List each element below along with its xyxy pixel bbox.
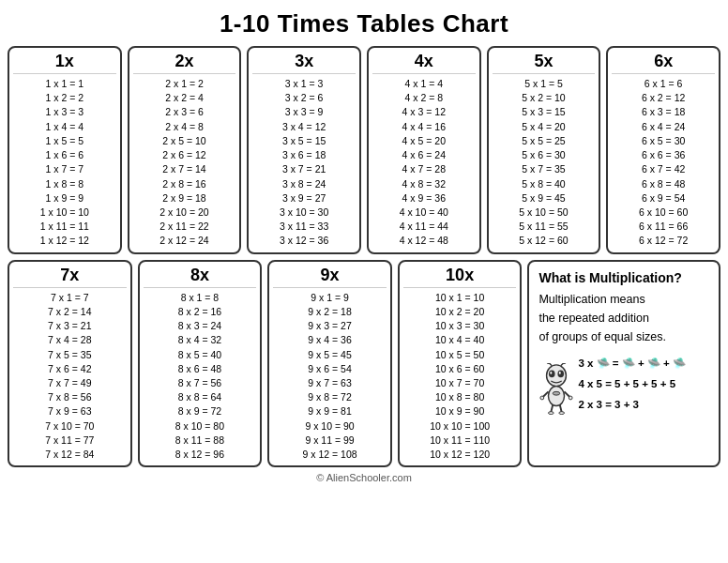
table-row: 6 x 7 = 42 xyxy=(612,162,715,176)
table-row: 1 x 2 = 2 xyxy=(13,91,116,105)
table-row: 4 x 8 = 32 xyxy=(372,177,476,191)
table-header: 3x xyxy=(252,52,356,74)
svg-point-14 xyxy=(569,396,573,400)
table-header: 4x xyxy=(372,52,476,74)
svg-line-11 xyxy=(543,392,549,398)
table-row: 1 x 6 = 6 xyxy=(13,148,116,162)
table-row: 7 x 8 = 56 xyxy=(13,390,127,404)
table-body: 6 x 1 = 66 x 2 = 126 x 3 = 186 x 4 = 246… xyxy=(612,77,715,249)
formula-block: 3 x 🛸 = 🛸 + 🛸 + 🛸 4 x 5 = 5 + 5 + 5 + 5 … xyxy=(578,354,686,416)
table-row: 6 x 8 = 48 xyxy=(612,177,715,191)
table-row: 2 x 12 = 24 xyxy=(133,234,236,248)
table-row: 2 x 9 = 18 xyxy=(133,191,236,205)
svg-point-3 xyxy=(551,372,553,374)
table-row: 5 x 3 = 15 xyxy=(493,105,596,119)
table-row: 5 x 6 = 30 xyxy=(493,148,596,162)
table-header: 8x xyxy=(144,266,257,288)
table-row: 4 x 9 = 36 xyxy=(372,191,476,205)
table-card-9: 9x 9 x 1 = 99 x 2 = 189 x 3 = 279 x 4 = … xyxy=(267,260,392,468)
table-row: 4 x 11 = 44 xyxy=(372,220,476,234)
table-row: 7 x 2 = 14 xyxy=(13,305,127,319)
table-row: 8 x 2 = 16 xyxy=(144,305,257,319)
table-row: 7 x 10 = 70 xyxy=(13,419,127,434)
table-row: 9 x 9 = 81 xyxy=(273,404,387,418)
svg-point-16 xyxy=(549,412,554,415)
table-card-2: 2x 2 x 1 = 22 x 2 = 42 x 3 = 62 x 4 = 82… xyxy=(128,46,242,254)
table-row: 5 x 4 = 20 xyxy=(493,120,596,134)
top-tables-grid: 1x 1 x 1 = 11 x 2 = 21 x 3 = 31 x 4 = 41… xyxy=(8,46,720,254)
table-row: 1 x 3 = 3 xyxy=(13,105,116,119)
table-body: 2 x 1 = 22 x 2 = 42 x 3 = 62 x 4 = 82 x … xyxy=(133,77,236,249)
table-row: 7 x 1 = 7 xyxy=(13,291,127,305)
info-line3: of groups of equal sizes. xyxy=(538,330,666,343)
table-body: 5 x 1 = 55 x 2 = 105 x 3 = 155 x 4 = 205… xyxy=(493,77,596,249)
table-row: 3 x 2 = 6 xyxy=(252,91,356,105)
table-row: 4 x 1 = 4 xyxy=(372,77,476,91)
table-row: 7 x 6 = 42 xyxy=(13,362,127,376)
svg-point-10 xyxy=(554,392,561,396)
svg-line-15 xyxy=(552,405,554,413)
table-row: 9 x 7 = 63 xyxy=(273,376,387,390)
table-row: 10 x 11 = 110 xyxy=(403,434,517,448)
table-row: 5 x 5 = 25 xyxy=(493,134,596,148)
table-row: 8 x 5 = 40 xyxy=(144,348,257,362)
svg-point-9 xyxy=(549,387,565,406)
table-row: 6 x 3 = 18 xyxy=(612,105,715,119)
table-row: 8 x 10 = 80 xyxy=(144,419,257,434)
info-line2: the repeated addition xyxy=(538,312,648,325)
table-row: 9 x 1 = 9 xyxy=(273,291,387,305)
table-row: 2 x 10 = 20 xyxy=(133,205,236,220)
svg-point-2 xyxy=(558,371,565,378)
table-body: 10 x 1 = 1010 x 2 = 2010 x 3 = 3010 x 4 … xyxy=(403,291,517,463)
table-row: 1 x 8 = 8 xyxy=(13,177,116,191)
table-row: 8 x 1 = 8 xyxy=(144,291,257,305)
table-row: 1 x 1 = 1 xyxy=(13,77,116,91)
table-row: 10 x 10 = 100 xyxy=(403,419,517,434)
table-row: 6 x 10 = 60 xyxy=(612,205,715,220)
table-row: 9 x 10 = 90 xyxy=(273,419,387,434)
table-row: 8 x 8 = 64 xyxy=(144,390,257,404)
table-row: 4 x 12 = 48 xyxy=(372,234,476,248)
table-body: 4 x 1 = 44 x 2 = 84 x 3 = 124 x 4 = 164 … xyxy=(372,77,476,249)
table-row: 1 x 4 = 4 xyxy=(13,120,116,134)
table-row: 2 x 1 = 2 xyxy=(133,77,236,91)
formula-2x3: 2 x 3 = 3 + 3 xyxy=(578,395,686,416)
table-row: 7 x 7 = 49 xyxy=(13,376,127,390)
multiplication-info-card: What is Multiplication? Multiplication m… xyxy=(527,260,720,468)
table-row: 6 x 6 = 36 xyxy=(612,148,715,162)
svg-point-18 xyxy=(559,412,565,415)
table-card-6: 6x 6 x 1 = 66 x 2 = 126 x 3 = 186 x 4 = … xyxy=(606,46,720,254)
table-row: 3 x 11 = 33 xyxy=(252,220,356,234)
table-row: 8 x 12 = 96 xyxy=(144,448,257,462)
table-row: 7 x 11 = 77 xyxy=(13,434,127,448)
formula-ufo: 3 x 🛸 = 🛸 + 🛸 + 🛸 xyxy=(578,354,686,374)
table-card-7: 7x 7 x 1 = 77 x 2 = 147 x 3 = 217 x 4 = … xyxy=(8,260,132,468)
table-row: 10 x 12 = 120 xyxy=(403,448,517,462)
table-card-5: 5x 5 x 1 = 55 x 2 = 105 x 3 = 155 x 4 = … xyxy=(487,46,601,254)
table-row: 4 x 7 = 28 xyxy=(372,162,476,176)
table-body: 9 x 1 = 99 x 2 = 189 x 3 = 279 x 4 = 369… xyxy=(273,291,387,463)
table-row: 6 x 9 = 54 xyxy=(612,191,715,205)
table-row: 8 x 6 = 48 xyxy=(144,362,257,376)
table-row: 10 x 4 = 40 xyxy=(403,333,517,347)
table-header: 2x xyxy=(133,52,236,74)
table-row: 10 x 2 = 20 xyxy=(403,305,517,319)
table-row: 7 x 12 = 84 xyxy=(13,448,127,462)
table-row: 6 x 4 = 24 xyxy=(612,120,715,134)
table-row: 10 x 6 = 60 xyxy=(403,362,517,376)
table-row: 8 x 7 = 56 xyxy=(144,376,257,390)
table-header: 7x xyxy=(13,266,127,288)
table-row: 1 x 9 = 9 xyxy=(13,191,116,205)
table-header: 6x xyxy=(612,52,715,74)
table-row: 5 x 9 = 45 xyxy=(493,191,596,205)
table-row: 3 x 3 = 9 xyxy=(252,105,356,119)
info-line1: Multiplication means xyxy=(538,293,645,306)
table-header: 5x xyxy=(493,52,596,74)
table-row: 6 x 2 = 12 xyxy=(612,91,715,105)
table-row: 9 x 4 = 36 xyxy=(273,333,387,347)
table-row: 5 x 10 = 50 xyxy=(493,205,596,220)
table-row: 5 x 1 = 5 xyxy=(493,77,596,91)
table-row: 7 x 4 = 28 xyxy=(13,333,127,347)
table-row: 10 x 3 = 30 xyxy=(403,319,517,333)
table-row: 3 x 7 = 21 xyxy=(252,162,356,176)
